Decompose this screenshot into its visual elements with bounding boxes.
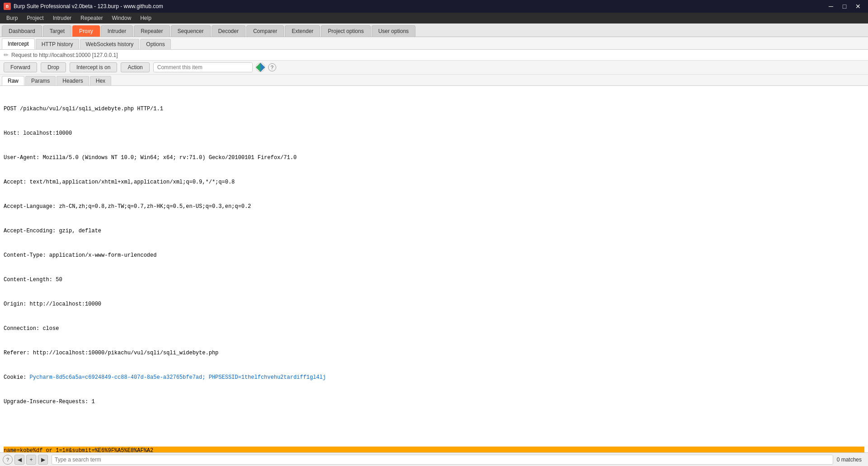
http-line: Content-Type: application/x-www-form-url…: [4, 251, 864, 259]
close-button[interactable]: ✕: [852, 0, 864, 13]
edit-icon: ✏: [4, 52, 9, 58]
drop-button[interactable]: Drop: [41, 62, 66, 72]
subtab-options[interactable]: Options: [140, 39, 170, 49]
http-cookie-line: Cookie: Pycharm-8d5c6a5a=c6924849-cc88-4…: [4, 373, 864, 381]
app-icon: B: [4, 3, 11, 10]
menu-project[interactable]: Project: [22, 13, 48, 24]
match-count: 0 matches: [837, 457, 865, 463]
search-input[interactable]: [52, 455, 833, 465]
menu-burp[interactable]: Burp: [2, 13, 22, 24]
tab-target[interactable]: Target: [43, 25, 71, 37]
window-controls[interactable]: ─ □ ✕: [825, 0, 864, 13]
tab-comparer[interactable]: Comparer: [246, 25, 284, 37]
prev-button[interactable]: ◀: [14, 455, 24, 465]
http-line: Origin: http://localhost:10000: [4, 300, 864, 308]
phpsessid-value: PHPSESSID=1thelfchvehu2tardiff1gl4lj: [209, 374, 326, 381]
tab-repeater[interactable]: Repeater: [134, 25, 170, 37]
menu-intruder[interactable]: Intruder: [48, 13, 76, 24]
http-line: User-Agent: Mozilla/5.0 (Windows NT 10.0…: [4, 154, 864, 162]
subtab-http-history[interactable]: HTTP history: [36, 39, 79, 49]
tab-sequencer[interactable]: Sequencer: [171, 25, 211, 37]
intercept-toggle-button[interactable]: Intercept is on: [70, 62, 117, 72]
inner-tab-hex[interactable]: Hex: [90, 76, 111, 85]
tab-extender[interactable]: Extender: [285, 25, 320, 37]
next-button[interactable]: ▶: [38, 455, 48, 465]
tab-project-options[interactable]: Project options: [321, 25, 370, 37]
http-line: Accept-Language: zh-CN,zh;q=0.8,zh-TW;q=…: [4, 202, 864, 211]
comment-input[interactable]: [153, 62, 253, 72]
http-line: Accept-Encoding: gzip, deflate: [4, 227, 864, 235]
http-line: POST /pikachu/vul/sqli/sqli_widebyte.php…: [4, 105, 864, 113]
http-line: Referer: http://localhost:10000/pikachu/…: [4, 349, 864, 357]
http-content-area: POST /pikachu/vul/sqli/sqli_widebyte.php…: [0, 86, 868, 466]
inner-tab-raw[interactable]: Raw: [2, 76, 24, 85]
http-line: Host: localhost:10000: [4, 129, 864, 137]
request-info-label: Request to http://localhost:10000 [127.0…: [11, 52, 118, 58]
title-bar: B Burp Suite Professional v2.0beta - 123…: [0, 0, 868, 13]
tab-user-options[interactable]: User options: [372, 25, 415, 37]
menu-window[interactable]: Window: [107, 13, 136, 24]
menu-repeater[interactable]: Repeater: [76, 13, 107, 24]
http-line: Accept: text/html,application/xhtml+xml,…: [4, 178, 864, 186]
inner-tab-bar: Raw Params Headers Hex: [0, 75, 868, 86]
bottom-bar: ? ◀ + ▶ 0 matches: [0, 452, 868, 466]
subtab-intercept[interactable]: Intercept: [2, 38, 35, 49]
inner-tab-params[interactable]: Params: [25, 76, 56, 85]
menu-help[interactable]: Help: [136, 13, 156, 24]
bottom-help-button[interactable]: ?: [3, 455, 13, 465]
help-icon[interactable]: ?: [268, 63, 276, 71]
tab-dashboard[interactable]: Dashboard: [2, 25, 42, 37]
http-empty-line: [4, 422, 864, 430]
tab-decoder[interactable]: Decoder: [212, 25, 245, 37]
http-line: Connection: close: [4, 325, 864, 333]
toolbar: Forward Drop Intercept is on Action ?: [0, 61, 868, 75]
maximize-button[interactable]: □: [838, 0, 851, 13]
add-button[interactable]: +: [26, 455, 36, 465]
request-info-bar: ✏ Request to http://localhost:10000 [127…: [0, 50, 868, 61]
action-button[interactable]: Action: [121, 62, 149, 72]
main-tab-bar: Dashboard Target Proxy Intruder Repeater…: [0, 24, 868, 37]
forward-button[interactable]: Forward: [4, 62, 37, 72]
minimize-button[interactable]: ─: [825, 0, 837, 13]
tab-intruder[interactable]: Intruder: [101, 25, 133, 37]
tab-proxy[interactable]: Proxy: [72, 25, 100, 37]
window-title: Burp Suite Professional v2.0beta - 123.b…: [14, 3, 163, 9]
title-bar-left: B Burp Suite Professional v2.0beta - 123…: [4, 3, 163, 10]
sub-tab-bar: Intercept HTTP history WebSockets histor…: [0, 37, 868, 50]
toolbar-right: ?: [153, 62, 276, 72]
burp-logo-icon: [255, 62, 265, 72]
menu-bar: Burp Project Intruder Repeater Window He…: [0, 13, 868, 24]
http-line: Upgrade-Insecure-Requests: 1: [4, 398, 864, 406]
inner-tab-headers[interactable]: Headers: [57, 76, 89, 85]
subtab-websockets-history[interactable]: WebSockets history: [80, 39, 140, 49]
cookie-value: Pycharm-8d5c6a5a=c6924849-cc88-407d-8a5e…: [30, 374, 326, 381]
http-line: Content-Length: 50: [4, 276, 864, 284]
